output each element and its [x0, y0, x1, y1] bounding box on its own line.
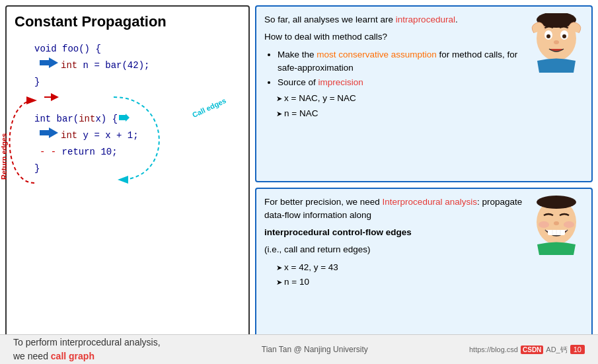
svg-point-9	[562, 34, 566, 38]
bottom-ad: AD_钙	[546, 345, 567, 355]
svg-point-10	[554, 40, 559, 44]
code-section-bar: int bar(int x) { int y = x + 1;	[34, 111, 241, 178]
teal-arrow-into	[119, 111, 130, 127]
svg-point-15	[554, 221, 559, 225]
bottom-url: https://blog.csd	[469, 346, 518, 353]
box2-arrow1: x = 42, y = 43	[276, 261, 583, 274]
meme-1-svg	[531, 13, 582, 73]
meme-1-container	[531, 13, 583, 73]
bottom-left: To perform interprocedural analysis, we …	[13, 336, 161, 363]
code-section-foo: void foo() { int n = bar(42); }	[34, 41, 241, 91]
highlight-imprecision: imprecision	[318, 77, 363, 87]
box1-arrow1: x = NAC, y = NAC	[276, 92, 583, 105]
meme-2-container	[531, 196, 583, 255]
svg-marker-2	[119, 114, 130, 122]
code-line-1: void foo() {	[34, 41, 241, 57]
code-line-bar-1: int bar(int x) {	[34, 111, 241, 127]
code-block: Return edges void foo() { int n = bar(42…	[15, 41, 241, 177]
bottom-right: https://blog.csd CSDN AD_钙 10	[469, 345, 585, 355]
csdn-logo: CSDN	[521, 346, 543, 354]
bottom-we-need: we need	[13, 351, 51, 361]
code-line-bar-4: }	[34, 161, 241, 177]
highlight-interprocedural: Interprocedural analysis	[383, 197, 477, 207]
svg-point-14	[564, 221, 574, 228]
box2-arrow2: n = 10	[276, 275, 583, 289]
bottom-center: Tian Tan @ Nanjing University	[262, 345, 368, 354]
code-line-bar-3: - - return 10;	[40, 144, 241, 161]
svg-point-13	[539, 221, 549, 228]
bottom-bar: To perform interprocedural analysis, we …	[0, 334, 598, 364]
svg-point-12	[537, 196, 576, 209]
return-edges-label: Return edges	[0, 74, 8, 180]
highlight-intraprocedural: intraprocedural	[396, 15, 455, 24]
bottom-line1: To perform interprocedural analysis,	[13, 336, 161, 349]
info-box-1: So far, all analyses we learnt are intra…	[255, 5, 593, 182]
box2-arrow-list: x = 42, y = 43 n = 10	[276, 261, 583, 289]
page-number: 10	[570, 345, 585, 354]
call-graph-label: call graph	[51, 351, 94, 361]
svg-marker-3	[40, 127, 58, 138]
slide-title: Constant Propagation	[15, 13, 241, 30]
code-line-2: int n = bar(42);	[40, 57, 241, 74]
blue-arrow-1	[40, 57, 58, 74]
svg-marker-0	[40, 57, 58, 68]
bottom-line2: we need call graph	[13, 349, 161, 363]
right-panels: So far, all analyses we learnt are intra…	[255, 5, 593, 364]
box1-arrow2: n = NAC	[276, 107, 583, 120]
box1-bullet2: Source of imprecision	[278, 76, 583, 89]
box1-arrow-list: x = NAC, y = NAC n = NAC	[276, 92, 583, 120]
code-line-2-text: int n = bar(42);	[61, 57, 149, 74]
left-panel: Constant Propagation Return edges void f…	[5, 5, 250, 342]
code-line-bar-2-text: int y = x + 1;	[61, 127, 139, 144]
code-line-bar-2: int y = x + 1;	[40, 127, 241, 144]
code-line-3: }	[34, 74, 241, 91]
highlight-conservative: most conservative assumption	[317, 50, 437, 59]
svg-point-8	[546, 34, 550, 38]
blue-arrow-2	[40, 127, 58, 144]
meme-2-svg	[531, 196, 582, 255]
main-container: Constant Propagation Return edges void f…	[0, 0, 598, 364]
